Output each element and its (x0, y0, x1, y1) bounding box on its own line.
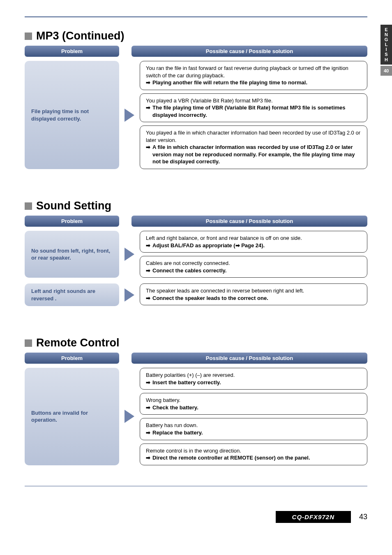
solution-cause: You ran the file in fast forward or fast… (146, 65, 361, 79)
solution-cause: Battery polarities (+) (–) are reversed. (146, 372, 361, 379)
header-solution: Possible cause / Possible solution (131, 353, 367, 364)
trouble-row: No sound from left, right, front, or rea… (25, 231, 367, 278)
solutions-col: Left and right balance, or front and rea… (140, 231, 367, 278)
section-title-sound: Sound Setting (25, 200, 367, 212)
arrow-col (122, 368, 136, 465)
arrow-col (122, 231, 136, 278)
problem-text: Left and right sounds are reversed . (31, 288, 113, 302)
solution-fix-line: ➡Connect the speaker leads to the correc… (146, 295, 361, 302)
header-problem: Problem (25, 353, 119, 364)
page-number: 43 (359, 513, 367, 521)
triangle-right-icon (125, 410, 134, 423)
arrow-right-icon: ➡ (146, 242, 152, 249)
trouble-row: Left and right sounds are reversed . The… (25, 283, 367, 306)
solution-cause: Wrong battery. (146, 397, 361, 404)
solution-fix: Adjust BAL/FAD as appropriate (➡ Page 24… (152, 242, 265, 249)
arrow-right-icon: ➡ (146, 454, 152, 462)
solution-fix: A file in which character information wa… (152, 144, 361, 165)
solution-fix: Check the battery. (152, 404, 198, 411)
problem-box: File playing time is not displayed corre… (25, 61, 119, 169)
header-solution: Possible cause / Possible solution (131, 46, 367, 57)
problem-text: No sound from left, right, front, or rea… (31, 247, 113, 262)
header-solution: Possible cause / Possible solution (131, 216, 367, 227)
footer: CQ-DFX972N 43 (25, 511, 367, 523)
solution-cause: Remote control is in the wrong direction… (146, 447, 361, 455)
arrow-right-icon: ➡ (146, 429, 152, 437)
side-language-text: ENGLISH (380, 27, 392, 62)
headers-row: Problem Possible cause / Possible soluti… (25, 353, 367, 364)
solution-box: The speaker leads are connected in rever… (140, 283, 367, 305)
arrow-right-icon: ➡ (146, 144, 152, 151)
solution-fix-line: ➡A file in which character information w… (146, 144, 361, 165)
square-bullet-icon (25, 33, 32, 40)
footer-rule (25, 486, 367, 486)
solution-fix: Replace the battery. (152, 429, 203, 437)
arrow-col (122, 61, 136, 169)
trouble-row: Buttons are invalid for operation. Batte… (25, 368, 367, 465)
solution-fix-line: ➡Replace the battery. (146, 429, 361, 437)
section-title-text: Sound Setting (36, 200, 111, 212)
arrow-right-icon: ➡ (146, 404, 152, 411)
solution-fix-line: ➡Adjust BAL/FAD as appropriate (➡ Page 2… (146, 242, 361, 249)
solutions-col: The speaker leads are connected in rever… (140, 283, 367, 306)
solution-box: Remote control is in the wrong direction… (140, 444, 367, 465)
solution-cause: Cables are not correctly connected. (146, 260, 361, 267)
solution-box: You ran the file in fast forward or fast… (140, 61, 367, 90)
solution-cause: The speaker leads are connected in rever… (146, 287, 361, 295)
model-number: CQ-DFX972N (276, 511, 351, 523)
triangle-right-icon (125, 248, 134, 261)
arrow-right-icon: ➡ (146, 295, 152, 302)
header-problem: Problem (25, 216, 119, 227)
solution-fix: Insert the battery correctly. (152, 379, 221, 386)
headers-row: Problem Possible cause / Possible soluti… (25, 216, 367, 227)
arrow-right-icon: ➡ (146, 79, 152, 86)
solution-box: You played a file in which character inf… (140, 125, 367, 169)
solution-fix-line: ➡Check the battery. (146, 404, 361, 411)
section-title-remote: Remote Control (25, 337, 367, 349)
solution-box: Wrong battery. ➡Check the battery. (140, 393, 367, 415)
solution-fix: The file playing time of VBR (Variable B… (152, 104, 361, 118)
solution-fix: Connect the cables correctly. (152, 267, 226, 274)
solution-fix-line: ➡Direct the remote controller at REMOTE … (146, 454, 361, 462)
problem-box: Buttons are invalid for operation. (25, 368, 119, 465)
arrow-right-icon: ➡ (146, 379, 152, 386)
side-language-tab: ENGLISH (380, 25, 392, 65)
solution-fix-line: ➡Connect the cables correctly. (146, 267, 361, 274)
solution-cause: Battery has run down. (146, 422, 361, 429)
side-page-tab: 40 (380, 66, 392, 76)
solution-cause: You played a VBR (Variable Bit Rate) for… (146, 97, 361, 104)
solution-fix-line: ➡Playing another file will return the fi… (146, 79, 361, 86)
solution-fix: Playing another file will return the fil… (152, 79, 307, 86)
solution-cause: Left and right balance, or front and rea… (146, 235, 361, 242)
solution-fix-line: ➡Insert the battery correctly. (146, 379, 361, 386)
solution-cause: You played a file in which character inf… (146, 129, 361, 144)
header-problem: Problem (25, 46, 119, 57)
arrow-right-icon: ➡ (146, 104, 152, 111)
solution-fix-line: ➡The file playing time of VBR (Variable … (146, 104, 361, 118)
problem-text: Buttons are invalid for operation. (31, 409, 113, 424)
top-rule (25, 16, 367, 17)
solution-box: You played a VBR (Variable Bit Rate) for… (140, 93, 367, 123)
solutions-col: Battery polarities (+) (–) are reversed.… (140, 368, 367, 465)
arrow-col (122, 283, 136, 306)
problem-box: Left and right sounds are reversed . (25, 283, 119, 306)
solutions-col: You ran the file in fast forward or fast… (140, 61, 367, 169)
square-bullet-icon (25, 339, 32, 347)
triangle-right-icon (125, 109, 134, 122)
arrow-right-icon: ➡ (146, 267, 152, 274)
triangle-right-icon (125, 288, 134, 302)
headers-row: Problem Possible cause / Possible soluti… (25, 46, 367, 57)
solution-fix: Connect the speaker leads to the correct… (152, 295, 268, 302)
solution-box: Battery has run down. ➡Replace the batte… (140, 418, 367, 440)
solution-fix: Direct the remote controller at REMOTE (… (152, 454, 310, 462)
trouble-row: File playing time is not displayed corre… (25, 61, 367, 169)
section-title-mp3: MP3 (Continued) (25, 30, 367, 42)
solution-box: Left and right balance, or front and rea… (140, 231, 367, 253)
section-title-text: Remote Control (36, 337, 120, 349)
section-title-text: MP3 (Continued) (36, 30, 124, 42)
solution-box: Battery polarities (+) (–) are reversed.… (140, 368, 367, 390)
problem-text: File playing time is not displayed corre… (31, 108, 113, 122)
problem-box: No sound from left, right, front, or rea… (25, 231, 119, 278)
solution-box: Cables are not correctly connected. ➡Con… (140, 256, 367, 278)
square-bullet-icon (25, 202, 32, 210)
